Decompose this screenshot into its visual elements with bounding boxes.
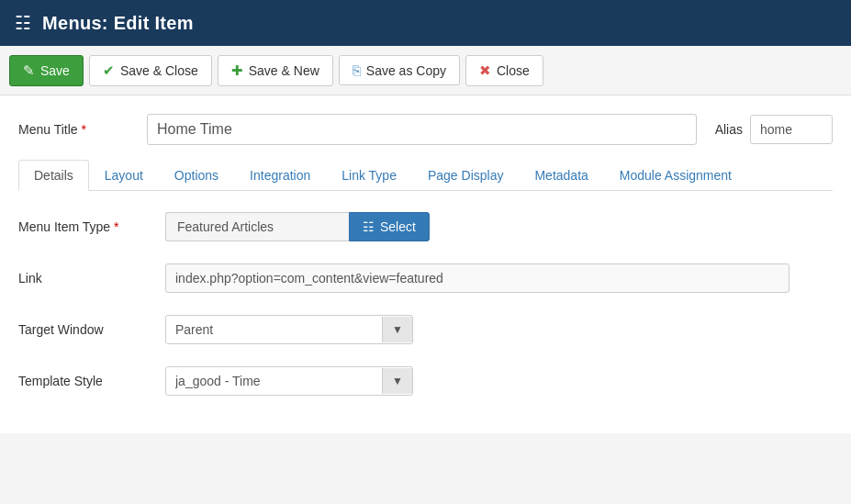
- tab-bar: Details Layout Options Integration Link …: [18, 160, 833, 191]
- save-copy-label: Save as Copy: [366, 63, 446, 78]
- select-button-label: Select: [380, 219, 416, 234]
- toolbar: ✎ Save ✔ Save & Close ✚ Save & New ⎘ Sav…: [0, 46, 851, 95]
- save-button[interactable]: ✎ Save: [9, 55, 84, 86]
- copy-icon: ⎘: [353, 62, 361, 78]
- link-row: Link: [18, 261, 833, 296]
- check-icon: ✔: [103, 62, 115, 79]
- target-window-row: Target Window Parent _blank _self _top ▼: [18, 312, 833, 347]
- target-window-dropdown[interactable]: Parent _blank _self _top ▼: [165, 315, 413, 344]
- save-close-label: Save & Close: [120, 63, 198, 78]
- select-button[interactable]: ☷ Select: [349, 212, 430, 241]
- link-input[interactable]: [165, 263, 789, 293]
- tab-link-type[interactable]: Link Type: [326, 160, 412, 190]
- tab-integration[interactable]: Integration: [234, 160, 326, 190]
- tab-options[interactable]: Options: [159, 160, 234, 190]
- grid-icon: ☷: [15, 12, 31, 34]
- template-style-row: Template Style ja_good - Time Beez3 - De…: [18, 364, 833, 398]
- tab-layout[interactable]: Layout: [89, 160, 159, 190]
- target-window-label: Target Window: [18, 322, 165, 337]
- menu-title-input[interactable]: [147, 114, 697, 145]
- close-button[interactable]: ✖ Close: [465, 55, 543, 86]
- template-style-select[interactable]: ja_good - Time Beez3 - Default protostar…: [166, 367, 382, 395]
- save-close-button[interactable]: ✔ Save & Close: [89, 55, 212, 86]
- select-list-icon: ☷: [363, 219, 375, 234]
- template-style-label: Template Style: [18, 374, 165, 388]
- chevron-down-icon: ▼: [392, 375, 403, 387]
- menu-item-type-value: Featured Articles: [165, 212, 349, 241]
- close-label: Close: [497, 63, 530, 78]
- tab-metadata[interactable]: Metadata: [519, 160, 603, 190]
- save-icon: ✎: [23, 62, 35, 79]
- menu-item-type-field: Featured Articles ☷ Select: [165, 212, 430, 241]
- tab-details[interactable]: Details: [18, 160, 89, 191]
- save-label: Save: [40, 63, 70, 78]
- menu-item-type-row: Menu Item Type * Featured Articles ☷ Sel…: [18, 209, 833, 244]
- chevron-down-icon: ▼: [392, 323, 403, 336]
- page-title: Menus: Edit Item: [42, 13, 194, 34]
- template-style-dropdown-btn[interactable]: ▼: [382, 368, 412, 394]
- tab-module-assignment[interactable]: Module Assignment: [604, 160, 747, 190]
- plus-icon: ✚: [231, 62, 243, 79]
- link-label: Link: [18, 271, 165, 286]
- save-copy-button[interactable]: ⎘ Save as Copy: [339, 55, 460, 85]
- menu-title-label: Menu Title *: [18, 122, 147, 137]
- main-content: Menu Title * Alias Details Layout Option…: [0, 95, 851, 433]
- page-header: ☷ Menus: Edit Item: [0, 0, 851, 46]
- template-style-dropdown[interactable]: ja_good - Time Beez3 - Default protostar…: [165, 366, 413, 396]
- close-icon: ✖: [479, 62, 491, 79]
- alias-label: Alias: [715, 122, 743, 137]
- save-new-button[interactable]: ✚ Save & New: [218, 55, 333, 86]
- tab-page-display[interactable]: Page Display: [412, 160, 520, 190]
- menu-item-type-label: Menu Item Type *: [18, 219, 165, 234]
- target-window-dropdown-btn[interactable]: ▼: [382, 317, 412, 342]
- save-new-label: Save & New: [249, 63, 319, 78]
- target-window-select[interactable]: Parent _blank _self _top: [166, 316, 382, 343]
- menu-title-row: Menu Title * Alias: [18, 114, 833, 145]
- alias-input[interactable]: [750, 115, 833, 144]
